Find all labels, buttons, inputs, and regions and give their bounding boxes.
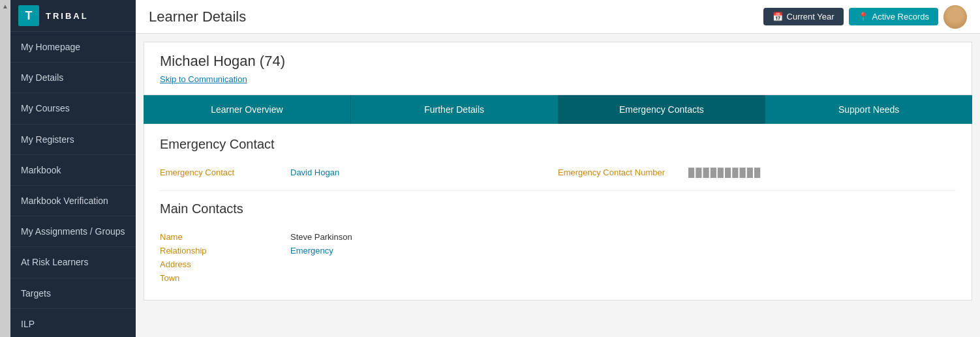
emergency-contact-value[interactable]: David Hogan <box>290 168 339 177</box>
main-area: Learner Details 📅 Current Year 📍 Active … <box>136 0 980 337</box>
skip-to-communication-link[interactable]: Skip to Communication <box>160 74 247 84</box>
tab-support-needs[interactable]: Support Needs <box>765 95 972 124</box>
sidebar-item-my-assignments-groups[interactable]: My Assignments / Groups <box>10 216 136 247</box>
sidebar-logo: T TRIBAL <box>10 0 136 32</box>
contact-address-label: Address <box>160 259 290 269</box>
page-header: Learner Details 📅 Current Year 📍 Active … <box>136 0 980 34</box>
main-contacts-section-title: Main Contacts <box>160 201 956 222</box>
header-actions: 📅 Current Year 📍 Active Records <box>763 5 967 29</box>
sidebar-item-my-courses[interactable]: My Courses <box>10 93 136 124</box>
contact-name-value: Steve Parkinson <box>290 232 352 242</box>
contact-town-label: Town <box>160 273 290 283</box>
emergency-contact-row: Emergency Contact David Hogan Emergency … <box>160 168 956 177</box>
contact-relationship-value[interactable]: Emergency <box>290 246 333 256</box>
tab-learner-overview[interactable]: Learner Overview <box>144 95 351 124</box>
current-year-button[interactable]: 📅 Current Year <box>763 8 844 25</box>
emergency-contact-number-value: ██████████ <box>688 168 761 177</box>
sidebar-item-my-homepage[interactable]: My Homepage <box>10 32 136 63</box>
emergency-contact-section-title: Emergency Contact <box>160 137 956 157</box>
logo-name: TRIBAL <box>46 11 89 21</box>
current-year-label: Current Year <box>787 12 835 22</box>
detail-content-panel: Emergency Contact Emergency Contact Davi… <box>144 124 972 300</box>
learner-name: Michael Hogan (74) <box>160 53 956 70</box>
pin-icon: 📍 <box>858 12 868 22</box>
section-divider <box>160 190 956 191</box>
sidebar-item-markbook[interactable]: Markbook <box>10 155 136 186</box>
main-contacts-section: Main Contacts Name Steve Parkinson Relat… <box>160 201 956 283</box>
sidebar-item-my-details[interactable]: My Details <box>10 63 136 93</box>
page-title: Learner Details <box>149 8 246 25</box>
sidebar-scroll[interactable]: ▲ <box>0 0 10 337</box>
sidebar-item-at-risk-learners[interactable]: At Risk Learners <box>10 247 136 278</box>
sidebar-item-ilp[interactable]: ILP <box>10 309 136 337</box>
emergency-contact-section: Emergency Contact Emergency Contact Davi… <box>160 137 956 177</box>
calendar-icon: 📅 <box>773 12 783 22</box>
emergency-contact-number-col: Emergency Contact Number ██████████ <box>558 168 956 177</box>
contact-relationship-label: Relationship <box>160 246 290 256</box>
logo-icon: T <box>18 5 39 26</box>
tab-further-details[interactable]: Further Details <box>351 95 559 124</box>
contact-name-label: Name <box>160 232 290 242</box>
sidebar-item-targets[interactable]: Targets <box>10 278 136 309</box>
emergency-contact-col-1: Emergency Contact David Hogan <box>160 168 558 177</box>
active-records-button[interactable]: 📍 Active Records <box>849 8 938 25</box>
emergency-contact-number-label: Emergency Contact Number <box>558 168 688 177</box>
learner-header-card: Michael Hogan (74) Skip to Communication <box>144 42 972 95</box>
contact-relationship-row: Relationship Emergency <box>160 246 956 256</box>
sidebar-item-markbook-verification[interactable]: Markbook Verification <box>10 186 136 216</box>
sidebar: T TRIBAL My Homepage My Details My Cours… <box>10 0 136 337</box>
contact-town-row: Town <box>160 273 956 283</box>
tab-emergency-contacts[interactable]: Emergency Contacts <box>559 95 766 124</box>
contact-name-row: Name Steve Parkinson <box>160 232 956 242</box>
content-area: Michael Hogan (74) Skip to Communication… <box>136 34 980 337</box>
active-records-label: Active Records <box>872 12 929 22</box>
contact-address-row: Address <box>160 259 956 269</box>
emergency-contact-label: Emergency Contact <box>160 168 290 177</box>
avatar-image <box>943 5 967 29</box>
user-avatar[interactable] <box>943 5 967 29</box>
sidebar-navigation: My Homepage My Details My Courses My Reg… <box>10 32 136 337</box>
tab-navigation: Learner Overview Further Details Emergen… <box>144 95 972 124</box>
sidebar-item-my-registers[interactable]: My Registers <box>10 125 136 155</box>
